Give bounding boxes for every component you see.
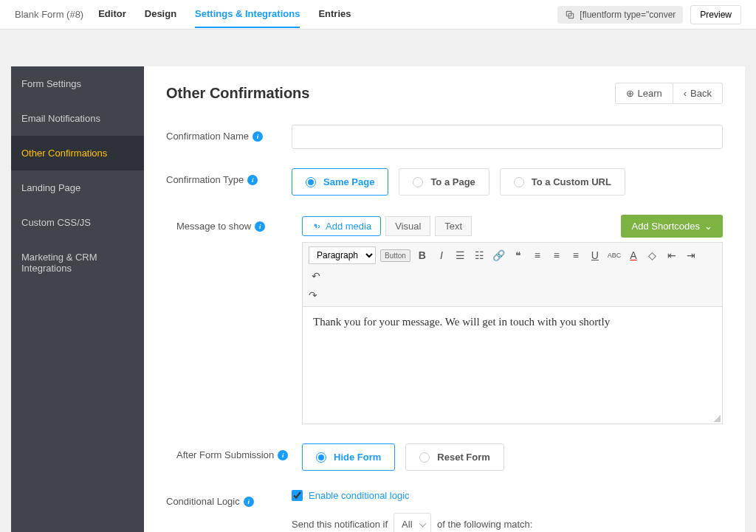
underline-icon[interactable]: U xyxy=(588,248,602,263)
confirmation-name-label: Confirmation Name i xyxy=(166,125,292,142)
redo-icon[interactable]: ↷ xyxy=(309,288,716,303)
sidebar-item-form-settings[interactable]: Form Settings xyxy=(11,66,144,101)
outdent-icon[interactable]: ⇥ xyxy=(684,248,698,263)
message-label: Message to show i xyxy=(176,215,302,232)
align-center-icon[interactable]: ≡ xyxy=(549,248,564,263)
back-button[interactable]: ‹ Back xyxy=(673,83,723,104)
info-icon[interactable]: i xyxy=(255,221,265,232)
page-title: Other Confirmations xyxy=(166,85,309,102)
bold-icon[interactable]: B xyxy=(415,248,430,263)
condition-sentence: Send this notification if All of the fol… xyxy=(292,513,723,532)
radio-to-a-page[interactable]: To a Page xyxy=(399,168,489,196)
radio-same-page[interactable]: Same Page xyxy=(292,168,388,196)
add-media-button[interactable]: Add media xyxy=(302,216,381,236)
align-left-icon[interactable]: ≡ xyxy=(530,248,545,263)
message-editor[interactable]: Thank you for your message. We will get … xyxy=(302,306,723,424)
clear-format-icon[interactable]: ◇ xyxy=(645,248,660,263)
bullet-list-icon[interactable]: ☰ xyxy=(453,248,468,263)
plus-circle-icon: ⊕ xyxy=(626,88,634,99)
editor-toolbar: Paragraph Button B I ☰ ☷ 🔗 ❝ ≡ ≡ ≡ U ABC… xyxy=(302,242,723,306)
checkbox-icon[interactable] xyxy=(292,490,303,501)
radio-icon xyxy=(306,177,316,187)
main-panel: Other Confirmations ⊕ Learn ‹ Back Confi… xyxy=(144,66,745,532)
sidebar-item-custom-css-js[interactable]: Custom CSS/JS xyxy=(11,205,144,240)
info-icon[interactable]: i xyxy=(278,450,288,460)
tab-entries[interactable]: Entries xyxy=(318,1,351,28)
add-shortcodes-button[interactable]: Add Shortcodes ⌄ xyxy=(621,215,723,238)
info-icon[interactable]: i xyxy=(247,175,258,185)
text-tab[interactable]: Text xyxy=(435,216,472,236)
match-mode-select[interactable]: All xyxy=(394,513,431,532)
align-right-icon[interactable]: ≡ xyxy=(568,248,583,263)
radio-hide-form[interactable]: Hide Form xyxy=(302,443,395,471)
confirmation-name-input[interactable] xyxy=(292,125,723,149)
text-color-icon[interactable]: A xyxy=(626,248,641,263)
sidebar-item-email-notifications[interactable]: Email Notifications xyxy=(11,101,144,136)
after-submission-label: After Form Submission i xyxy=(176,443,302,460)
sidebar-item-marketing-crm[interactable]: Marketing & CRM Integrations xyxy=(11,240,144,286)
radio-icon xyxy=(316,452,326,463)
numbered-list-icon[interactable]: ☷ xyxy=(472,248,487,263)
visual-tab[interactable]: Visual xyxy=(385,216,430,236)
sidebar-item-other-confirmations[interactable]: Other Confirmations xyxy=(11,136,144,170)
indent-icon[interactable]: ⇤ xyxy=(664,248,679,263)
radio-icon xyxy=(419,452,430,463)
button-tag[interactable]: Button xyxy=(380,249,410,262)
chevron-down-icon: ⌄ xyxy=(704,221,712,232)
paragraph-select[interactable]: Paragraph xyxy=(309,246,376,264)
info-icon[interactable]: i xyxy=(244,497,254,507)
top-nav: Blank Form (#8) Editor Design Settings &… xyxy=(0,0,756,30)
chevron-left-icon: ‹ xyxy=(684,88,687,99)
preview-button[interactable]: Preview xyxy=(690,5,741,24)
conditional-logic-label: Conditional Logic i xyxy=(166,490,292,507)
radio-icon xyxy=(514,177,524,187)
shortcode-display[interactable]: [fluentform type="conver xyxy=(557,6,683,24)
info-icon[interactable]: i xyxy=(252,131,263,142)
enable-conditional-checkbox[interactable]: Enable conditional logic xyxy=(292,490,723,501)
undo-icon[interactable]: ↶ xyxy=(309,269,323,283)
radio-reset-form[interactable]: Reset Form xyxy=(405,443,504,471)
settings-sidebar: Form Settings Email Notifications Other … xyxy=(11,66,144,532)
radio-to-custom-url[interactable]: To a Custom URL xyxy=(500,168,625,196)
copy-icon xyxy=(565,10,575,20)
media-icon xyxy=(312,221,322,232)
confirmation-type-label: Confirmation Type i xyxy=(166,168,292,185)
italic-icon[interactable]: I xyxy=(434,248,449,263)
quote-icon[interactable]: ❝ xyxy=(511,248,526,263)
form-title: Blank Form (#8) xyxy=(15,9,83,20)
main-tabs: Editor Design Settings & Integrations En… xyxy=(98,1,351,28)
link-icon[interactable]: 🔗 xyxy=(492,248,506,263)
learn-button[interactable]: ⊕ Learn xyxy=(615,83,673,104)
strike-icon[interactable]: ABC xyxy=(607,248,622,263)
tab-design[interactable]: Design xyxy=(145,1,176,28)
tab-editor[interactable]: Editor xyxy=(98,1,126,28)
tab-settings-integrations[interactable]: Settings & Integrations xyxy=(195,1,300,28)
sidebar-item-landing-page[interactable]: Landing Page xyxy=(11,170,144,205)
radio-icon xyxy=(413,177,423,187)
